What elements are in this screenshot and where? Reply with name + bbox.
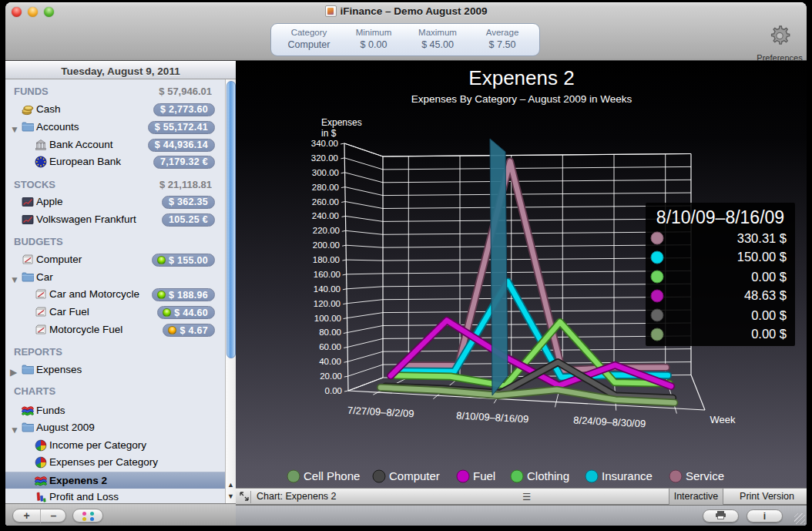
- svg-text:320.00: 320.00: [311, 153, 338, 163]
- svg-text:Cell Phone: Cell Phone: [304, 469, 360, 482]
- svg-text:160.00: 160.00: [314, 270, 341, 279]
- svg-text:180.00: 180.00: [313, 255, 340, 264]
- svg-text:260.00: 260.00: [312, 197, 339, 207]
- svg-text:in $: in $: [321, 128, 337, 139]
- svg-text:Service: Service: [686, 469, 724, 482]
- svg-text:100.00: 100.00: [314, 314, 341, 323]
- svg-text:220.00: 220.00: [313, 226, 340, 235]
- svg-text:0.00 $: 0.00 $: [751, 270, 787, 284]
- svg-text:280.00: 280.00: [312, 183, 339, 192]
- svg-text:200.00: 200.00: [313, 240, 340, 250]
- svg-text:Insurance: Insurance: [602, 469, 653, 482]
- svg-text:Computer: Computer: [389, 469, 440, 482]
- svg-text:Clothing: Clothing: [527, 469, 569, 482]
- svg-text:240.00: 240.00: [312, 211, 339, 220]
- svg-text:20.00: 20.00: [320, 371, 342, 381]
- svg-text:300.00: 300.00: [312, 168, 339, 177]
- svg-text:0.00 $: 0.00 $: [751, 327, 787, 341]
- svg-text:150.00 $: 150.00 $: [737, 250, 787, 264]
- svg-text:Fuel: Fuel: [473, 469, 495, 482]
- svg-text:80.00: 80.00: [319, 328, 341, 337]
- svg-text:Expenens 2: Expenens 2: [468, 66, 574, 89]
- svg-text:48.63 $: 48.63 $: [744, 288, 787, 302]
- svg-text:Week: Week: [710, 414, 736, 425]
- svg-text:60.00: 60.00: [319, 342, 341, 351]
- svg-text:0.00: 0.00: [325, 386, 342, 395]
- svg-text:Expenses: Expenses: [321, 117, 362, 128]
- svg-text:140.00: 140.00: [314, 284, 341, 294]
- svg-text:8/10/09–8/16/09: 8/10/09–8/16/09: [656, 207, 784, 227]
- svg-text:Expenses By Category – August: Expenses By Category – August 2009 in We…: [411, 93, 632, 105]
- svg-text:0.00 $: 0.00 $: [751, 308, 787, 322]
- svg-text:40.00: 40.00: [319, 357, 341, 366]
- svg-text:340.00: 340.00: [311, 139, 338, 148]
- svg-text:330.31 $: 330.31 $: [737, 231, 787, 245]
- svg-text:120.00: 120.00: [314, 299, 341, 308]
